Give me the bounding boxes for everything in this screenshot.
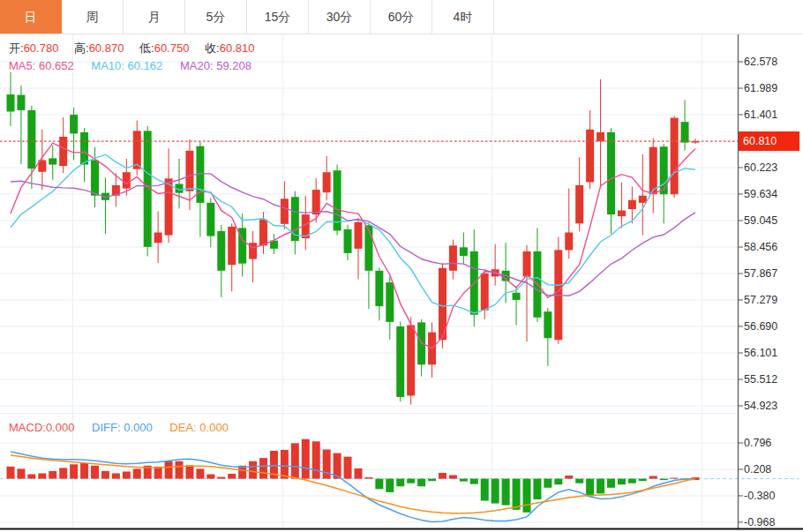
tab-day[interactable]: 日	[0, 0, 62, 34]
close-value: 60.810	[220, 41, 255, 55]
tab-15min[interactable]: 15分	[247, 0, 309, 34]
candle-body	[628, 200, 636, 209]
macd-bar	[312, 441, 320, 478]
candle-body	[449, 245, 457, 271]
candle-body	[228, 227, 236, 265]
high-value: 60.870	[89, 41, 124, 55]
macd-bar	[133, 468, 141, 478]
macd-bar	[544, 479, 552, 488]
tab-5min[interactable]: 5分	[185, 0, 247, 34]
price-tick-label: 56.101	[744, 346, 799, 360]
macd-bar	[586, 479, 594, 497]
macd-bar	[439, 473, 447, 479]
current-price-tag: 60.810	[739, 131, 799, 151]
candle-body	[206, 203, 214, 236]
macd-bar	[533, 479, 541, 499]
price-tick-label: 59.634	[744, 187, 799, 201]
tab-60min[interactable]: 60分	[371, 0, 432, 34]
candle-body	[312, 190, 320, 214]
macd-bar	[123, 471, 131, 478]
candle-body	[7, 94, 15, 111]
macd-bar	[417, 479, 425, 487]
macd-value-readout: MACD:0.000	[9, 421, 74, 434]
macd-bar	[217, 477, 225, 479]
candle-body	[375, 271, 383, 306]
macd-bar	[492, 479, 499, 504]
candle-body	[586, 130, 594, 183]
price-tick-label: 57.867	[744, 266, 799, 281]
candle-body	[165, 178, 173, 235]
open-value: 60.780	[24, 41, 59, 55]
ohlc-readout: 开:60.780 高:60.870 低:60.750 收:60.810	[9, 41, 266, 56]
macd-bar	[91, 466, 99, 479]
candle-body	[407, 325, 415, 395]
macd-tick-label: -0.968	[744, 515, 799, 529]
macd-bar	[354, 468, 362, 479]
macd-readout: MACD:0.000 DIFF: 0.000 DEA: 0.000	[9, 421, 243, 434]
candle-body	[607, 132, 615, 214]
macd-bar	[27, 475, 35, 479]
candle-body	[259, 220, 267, 246]
macd-bar	[101, 471, 109, 479]
macd-bar	[196, 468, 204, 478]
tab-30min[interactable]: 30分	[309, 0, 371, 34]
price-tick-label: 61.989	[744, 81, 799, 95]
macd-bar	[407, 479, 415, 483]
macd-bar	[364, 477, 372, 479]
tab-4hour[interactable]: 4时	[432, 0, 494, 34]
candle-body	[323, 172, 331, 192]
price-tick-label: 62.578	[744, 55, 799, 69]
candle-body	[344, 229, 352, 253]
macd-bar	[375, 479, 383, 490]
price-tick-label: 57.279	[744, 293, 799, 307]
macd-bar	[176, 461, 184, 479]
high-label: 高:	[74, 41, 89, 55]
macd-bar	[481, 479, 489, 501]
candle-body	[49, 158, 56, 164]
macd-bar	[206, 475, 214, 479]
macd-bar	[165, 461, 173, 479]
macd-bar	[281, 450, 289, 479]
candle-body	[565, 233, 573, 251]
candle-body	[154, 233, 162, 244]
macd-bar	[513, 479, 521, 510]
candle-body	[27, 110, 35, 169]
macd-bar	[628, 479, 636, 483]
macd-bar	[17, 468, 25, 478]
macd-bar	[154, 467, 162, 479]
diff-value-readout: DIFF: 0.000	[92, 421, 153, 434]
macd-bar	[618, 479, 626, 485]
macd-bar	[259, 458, 267, 478]
macd-bar	[59, 468, 67, 478]
macd-bar	[70, 464, 78, 478]
candle-body	[354, 222, 362, 249]
ma10-readout: MA10: 60.162	[91, 59, 162, 72]
candle-body	[681, 122, 689, 142]
candle-body	[522, 251, 530, 277]
macd-bar	[344, 457, 352, 479]
macd-bar	[449, 476, 457, 479]
tab-month[interactable]: 月	[124, 0, 185, 34]
macd-bar	[386, 479, 394, 492]
candle-body	[217, 231, 225, 271]
ma20-readout: MA20: 59.208	[180, 59, 251, 72]
candle-body	[575, 185, 583, 223]
candle-body	[281, 199, 289, 224]
candle-body	[386, 282, 394, 322]
macd-bar	[396, 479, 404, 487]
macd-bar	[607, 479, 615, 488]
candlestick-chart-canvas[interactable]	[0, 0, 803, 532]
macd-bar	[7, 467, 15, 479]
macd-bar	[660, 479, 668, 481]
dea-value-readout: DEA: 0.000	[169, 421, 229, 434]
macd-bar	[649, 476, 657, 479]
close-label: 收:	[205, 41, 220, 55]
macd-bar	[428, 479, 436, 482]
macd-bar	[470, 479, 478, 484]
price-tick-label: 55.512	[744, 372, 799, 386]
price-tick-label: 58.456	[744, 240, 799, 254]
tab-week[interactable]: 周	[62, 0, 124, 34]
candle-body	[396, 326, 404, 397]
price-tick-label: 56.690	[744, 319, 799, 333]
candle-body	[649, 147, 657, 194]
